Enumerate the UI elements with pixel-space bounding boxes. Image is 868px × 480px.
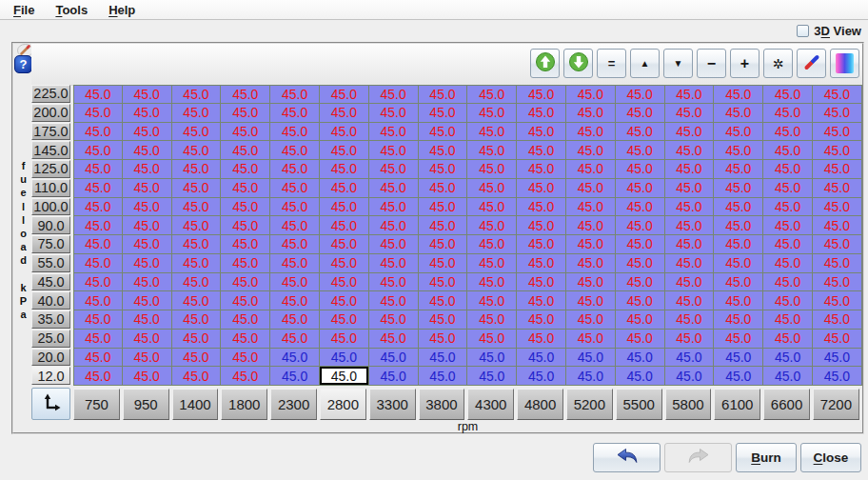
scale-button[interactable]: ✲ [763, 49, 793, 78]
table-cell[interactable]: 45.0 [813, 235, 862, 254]
table-cell[interactable]: 45.0 [616, 179, 665, 198]
row-header[interactable]: 40.0 [31, 291, 73, 310]
col-header[interactable]: 5500 [616, 386, 665, 420]
table-cell[interactable]: 45.0 [320, 123, 369, 142]
set-equal-button[interactable]: = [597, 49, 626, 78]
table-cell[interactable]: 45.0 [73, 291, 123, 310]
table-cell[interactable]: 45.0 [517, 291, 566, 310]
table-cell[interactable]: 45.0 [517, 141, 566, 160]
table-cell[interactable]: 45.0 [616, 104, 665, 123]
table-cell[interactable]: 45.0 [221, 123, 270, 142]
table-cell[interactable]: 45.0 [419, 235, 468, 254]
table-cell[interactable]: 45.0 [665, 235, 715, 254]
table-cell[interactable]: 45.0 [517, 179, 566, 198]
table-cell[interactable]: 45.0 [813, 198, 862, 217]
table-cell[interactable]: 45.0 [813, 349, 862, 368]
selected-cell[interactable]: 45.0 [320, 367, 369, 386]
table-cell[interactable]: 45.0 [320, 349, 369, 368]
row-header[interactable]: 45.0 [31, 273, 73, 292]
table-cell[interactable]: 45.0 [763, 141, 813, 160]
table-cell[interactable]: 45.0 [320, 330, 369, 349]
table-cell[interactable]: 45.0 [616, 141, 665, 160]
row-header[interactable]: 200.0 [31, 104, 73, 123]
table-cell[interactable]: 45.0 [763, 216, 813, 235]
table-cell[interactable]: 45.0 [419, 310, 468, 330]
table-cell[interactable]: 45.0 [320, 85, 369, 104]
table-cell[interactable]: 45.0 [566, 160, 616, 179]
table-cell[interactable]: 45.0 [369, 85, 419, 104]
table-cell[interactable]: 45.0 [763, 235, 813, 254]
burn-button[interactable]: Burn [736, 443, 797, 472]
table-cell[interactable]: 45.0 [665, 104, 715, 123]
table-cell[interactable]: 45.0 [369, 104, 419, 123]
color-palette-button[interactable] [830, 49, 859, 78]
table-cell[interactable]: 45.0 [714, 104, 763, 123]
table-cell[interactable]: 45.0 [566, 198, 616, 217]
table-cell[interactable]: 45.0 [763, 291, 813, 310]
table-cell[interactable]: 45.0 [616, 254, 665, 273]
table-cell[interactable]: 45.0 [665, 349, 715, 368]
table-cell[interactable]: 45.0 [369, 291, 419, 310]
table-cell[interactable]: 45.0 [763, 123, 813, 142]
table-cell[interactable]: 45.0 [763, 104, 813, 123]
table-cell[interactable]: 45.0 [813, 85, 862, 104]
table-cell[interactable]: 45.0 [517, 104, 566, 123]
table-cell[interactable]: 45.0 [616, 160, 665, 179]
menu-help[interactable]: Help [101, 2, 143, 18]
table-cell[interactable]: 45.0 [665, 254, 715, 273]
table-cell[interactable]: 45.0 [616, 291, 665, 310]
table-cell[interactable]: 45.0 [566, 123, 616, 142]
table-cell[interactable]: 45.0 [665, 216, 715, 235]
row-header[interactable]: 75.0 [31, 235, 73, 254]
table-cell[interactable]: 45.0 [123, 235, 172, 254]
table-cell[interactable]: 45.0 [616, 85, 665, 104]
table-cell[interactable]: 45.0 [714, 216, 763, 235]
table-cell[interactable]: 45.0 [73, 310, 123, 330]
row-header[interactable]: 145.0 [31, 141, 73, 160]
col-header[interactable]: 6100 [714, 386, 763, 420]
shift-up-button[interactable] [530, 49, 560, 78]
table-cell[interactable]: 45.0 [566, 349, 616, 368]
table-cell[interactable]: 45.0 [467, 198, 517, 217]
table-cell[interactable]: 45.0 [172, 273, 222, 292]
row-header[interactable]: 110.0 [31, 179, 73, 198]
table-cell[interactable]: 45.0 [419, 141, 468, 160]
table-cell[interactable]: 45.0 [763, 330, 813, 349]
table-cell[interactable]: 45.0 [73, 141, 123, 160]
table-cell[interactable]: 45.0 [566, 141, 616, 160]
table-cell[interactable]: 45.0 [270, 310, 320, 330]
table-cell[interactable]: 45.0 [221, 198, 270, 217]
table-cell[interactable]: 45.0 [221, 310, 270, 330]
table-cell[interactable]: 45.0 [665, 330, 715, 349]
redo-button[interactable] [664, 443, 732, 472]
table-cell[interactable]: 45.0 [566, 330, 616, 349]
table-cell[interactable]: 45.0 [73, 198, 123, 217]
table-cell[interactable]: 45.0 [714, 123, 763, 142]
table-cell[interactable]: 45.0 [517, 310, 566, 330]
table-cell[interactable]: 45.0 [172, 160, 222, 179]
table-cell[interactable]: 45.0 [419, 198, 468, 217]
table-cell[interactable]: 45.0 [270, 104, 320, 123]
table-cell[interactable]: 45.0 [270, 273, 320, 292]
table-cell[interactable]: 45.0 [714, 310, 763, 330]
table-cell[interactable]: 45.0 [172, 85, 222, 104]
table-cell[interactable]: 45.0 [616, 216, 665, 235]
row-header[interactable]: 100.0 [31, 198, 73, 217]
table-cell[interactable]: 45.0 [270, 216, 320, 235]
table-cell[interactable]: 45.0 [221, 104, 270, 123]
table-cell[interactable]: 45.0 [813, 254, 862, 273]
table-cell[interactable]: 45.0 [270, 235, 320, 254]
col-header[interactable]: 4300 [467, 386, 517, 420]
add-button[interactable]: + [730, 49, 760, 78]
table-cell[interactable]: 45.0 [221, 160, 270, 179]
table-cell[interactable]: 45.0 [419, 160, 468, 179]
table-cell[interactable]: 45.0 [517, 367, 566, 386]
table-cell[interactable]: 45.0 [419, 254, 468, 273]
table-cell[interactable]: 45.0 [517, 198, 566, 217]
table-cell[interactable]: 45.0 [517, 330, 566, 349]
table-cell[interactable]: 45.0 [419, 330, 468, 349]
table-cell[interactable]: 45.0 [419, 349, 468, 368]
table-cell[interactable]: 45.0 [221, 216, 270, 235]
table-cell[interactable]: 45.0 [123, 179, 172, 198]
table-cell[interactable]: 45.0 [172, 198, 222, 217]
